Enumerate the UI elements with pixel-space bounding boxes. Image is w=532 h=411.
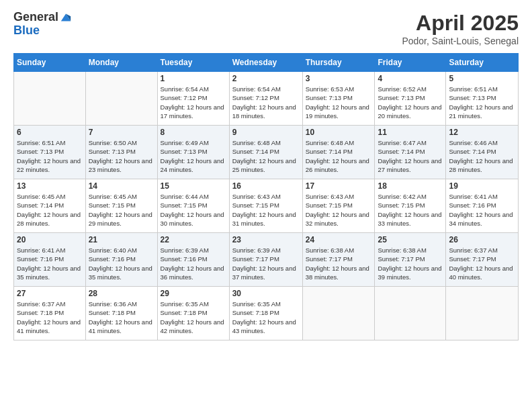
calendar-cell: 23Sunrise: 6:39 AM Sunset: 7:17 PM Dayli… <box>229 233 302 287</box>
day-info: Sunrise: 6:46 AM Sunset: 7:14 PM Dayligh… <box>449 138 515 174</box>
logo-icon <box>60 11 72 24</box>
day-info: Sunrise: 6:35 AM Sunset: 7:18 PM Dayligh… <box>232 300 300 335</box>
day-info: Sunrise: 6:42 AM Sunset: 7:15 PM Dayligh… <box>378 192 443 228</box>
day-info: Sunrise: 6:48 AM Sunset: 7:14 PM Dayligh… <box>232 138 300 174</box>
day-info: Sunrise: 6:36 AM Sunset: 7:18 PM Dayligh… <box>89 300 154 335</box>
day-info: Sunrise: 6:38 AM Sunset: 7:17 PM Dayligh… <box>306 246 372 281</box>
day-number: 12 <box>449 128 515 137</box>
logo: General Blue <box>13 11 72 38</box>
day-number: 3 <box>306 74 372 83</box>
calendar-cell: 7Sunrise: 6:50 AM Sunset: 7:13 PM Daylig… <box>85 126 157 179</box>
day-info: Sunrise: 6:39 AM Sunset: 7:16 PM Dayligh… <box>161 246 226 281</box>
day-header-wednesday: Wednesday <box>229 54 302 72</box>
calendar-cell: 4Sunrise: 6:52 AM Sunset: 7:13 PM Daylig… <box>375 72 446 126</box>
calendar-cell: 11Sunrise: 6:47 AM Sunset: 7:14 PM Dayli… <box>375 126 446 179</box>
day-number: 11 <box>378 128 443 137</box>
header: General Blue April 2025 Podor, Saint-Lou… <box>13 11 519 46</box>
calendar-cell: 17Sunrise: 6:43 AM Sunset: 7:15 PM Dayli… <box>302 179 375 233</box>
calendar-week-row: 27Sunrise: 6:37 AM Sunset: 7:18 PM Dayli… <box>14 287 519 340</box>
day-info: Sunrise: 6:45 AM Sunset: 7:14 PM Dayligh… <box>17 192 83 228</box>
day-info: Sunrise: 6:41 AM Sunset: 7:16 PM Dayligh… <box>449 192 515 228</box>
day-number: 10 <box>306 128 372 137</box>
calendar-cell: 14Sunrise: 6:45 AM Sunset: 7:15 PM Dayli… <box>85 179 157 233</box>
day-number: 15 <box>161 181 226 191</box>
calendar-week-row: 20Sunrise: 6:41 AM Sunset: 7:16 PM Dayli… <box>14 233 519 287</box>
day-info: Sunrise: 6:37 AM Sunset: 7:18 PM Dayligh… <box>17 300 83 335</box>
calendar-cell: 20Sunrise: 6:41 AM Sunset: 7:16 PM Dayli… <box>14 233 86 287</box>
title-block: April 2025 Podor, Saint-Louis, Senegal <box>402 11 519 46</box>
day-number: 19 <box>449 181 515 191</box>
logo-general: General <box>13 11 58 24</box>
day-info: Sunrise: 6:50 AM Sunset: 7:13 PM Dayligh… <box>89 138 154 174</box>
day-header-thursday: Thursday <box>302 54 375 72</box>
day-info: Sunrise: 6:35 AM Sunset: 7:18 PM Dayligh… <box>161 300 226 335</box>
day-number: 21 <box>89 235 154 244</box>
day-info: Sunrise: 6:37 AM Sunset: 7:17 PM Dayligh… <box>449 246 515 281</box>
calendar-cell: 5Sunrise: 6:51 AM Sunset: 7:13 PM Daylig… <box>446 72 519 126</box>
day-number: 17 <box>306 181 372 191</box>
day-number: 2 <box>232 74 300 83</box>
day-number: 24 <box>306 235 372 244</box>
day-header-sunday: Sunday <box>14 54 86 72</box>
calendar-week-row: 1Sunrise: 6:54 AM Sunset: 7:12 PM Daylig… <box>14 72 519 126</box>
day-number: 13 <box>17 181 83 191</box>
day-info: Sunrise: 6:51 AM Sunset: 7:13 PM Dayligh… <box>449 85 515 120</box>
calendar-cell: 22Sunrise: 6:39 AM Sunset: 7:16 PM Dayli… <box>157 233 229 287</box>
calendar-cell: 27Sunrise: 6:37 AM Sunset: 7:18 PM Dayli… <box>14 287 86 340</box>
day-number: 25 <box>378 235 443 244</box>
day-number: 28 <box>89 289 154 298</box>
calendar-cell <box>446 287 519 340</box>
day-number: 4 <box>378 74 443 83</box>
calendar-cell: 29Sunrise: 6:35 AM Sunset: 7:18 PM Dayli… <box>157 287 229 340</box>
calendar-cell: 28Sunrise: 6:36 AM Sunset: 7:18 PM Dayli… <box>85 287 157 340</box>
day-info: Sunrise: 6:54 AM Sunset: 7:12 PM Dayligh… <box>232 85 300 120</box>
day-header-monday: Monday <box>85 54 157 72</box>
day-header-tuesday: Tuesday <box>157 54 229 72</box>
calendar-table: SundayMondayTuesdayWednesdayThursdayFrid… <box>13 53 519 340</box>
calendar-cell: 6Sunrise: 6:51 AM Sunset: 7:13 PM Daylig… <box>14 126 86 179</box>
day-info: Sunrise: 6:48 AM Sunset: 7:14 PM Dayligh… <box>306 138 372 174</box>
day-info: Sunrise: 6:51 AM Sunset: 7:13 PM Dayligh… <box>17 138 83 174</box>
day-info: Sunrise: 6:38 AM Sunset: 7:17 PM Dayligh… <box>378 246 443 281</box>
day-number: 23 <box>232 235 300 244</box>
calendar-cell: 3Sunrise: 6:53 AM Sunset: 7:13 PM Daylig… <box>302 72 375 126</box>
calendar-cell: 2Sunrise: 6:54 AM Sunset: 7:12 PM Daylig… <box>229 72 302 126</box>
day-info: Sunrise: 6:52 AM Sunset: 7:13 PM Dayligh… <box>378 85 443 120</box>
day-info: Sunrise: 6:53 AM Sunset: 7:13 PM Dayligh… <box>306 85 372 120</box>
calendar-cell: 24Sunrise: 6:38 AM Sunset: 7:17 PM Dayli… <box>302 233 375 287</box>
day-header-friday: Friday <box>375 54 446 72</box>
calendar-week-row: 6Sunrise: 6:51 AM Sunset: 7:13 PM Daylig… <box>14 126 519 179</box>
day-info: Sunrise: 6:45 AM Sunset: 7:15 PM Dayligh… <box>89 192 154 228</box>
calendar-header-row: SundayMondayTuesdayWednesdayThursdayFrid… <box>14 54 519 72</box>
day-info: Sunrise: 6:49 AM Sunset: 7:13 PM Dayligh… <box>161 138 226 174</box>
calendar-cell <box>375 287 446 340</box>
day-number: 16 <box>232 181 300 191</box>
calendar-cell: 1Sunrise: 6:54 AM Sunset: 7:12 PM Daylig… <box>157 72 229 126</box>
day-number: 7 <box>89 128 154 137</box>
calendar-cell: 12Sunrise: 6:46 AM Sunset: 7:14 PM Dayli… <box>446 126 519 179</box>
day-info: Sunrise: 6:40 AM Sunset: 7:16 PM Dayligh… <box>89 246 154 281</box>
day-info: Sunrise: 6:41 AM Sunset: 7:16 PM Dayligh… <box>17 246 83 281</box>
calendar-cell: 9Sunrise: 6:48 AM Sunset: 7:14 PM Daylig… <box>229 126 302 179</box>
day-number: 27 <box>17 289 83 298</box>
calendar-cell: 26Sunrise: 6:37 AM Sunset: 7:17 PM Dayli… <box>446 233 519 287</box>
calendar-cell: 8Sunrise: 6:49 AM Sunset: 7:13 PM Daylig… <box>157 126 229 179</box>
calendar-cell <box>14 72 86 126</box>
calendar-cell: 16Sunrise: 6:43 AM Sunset: 7:15 PM Dayli… <box>229 179 302 233</box>
calendar-cell: 18Sunrise: 6:42 AM Sunset: 7:15 PM Dayli… <box>375 179 446 233</box>
day-number: 22 <box>161 235 226 244</box>
day-number: 9 <box>232 128 300 137</box>
calendar-cell <box>85 72 157 126</box>
day-number: 29 <box>161 289 226 298</box>
day-info: Sunrise: 6:43 AM Sunset: 7:15 PM Dayligh… <box>306 192 372 228</box>
calendar-cell: 19Sunrise: 6:41 AM Sunset: 7:16 PM Dayli… <box>446 179 519 233</box>
day-number: 5 <box>449 74 515 83</box>
day-number: 20 <box>17 235 83 244</box>
calendar-cell: 25Sunrise: 6:38 AM Sunset: 7:17 PM Dayli… <box>375 233 446 287</box>
day-info: Sunrise: 6:47 AM Sunset: 7:14 PM Dayligh… <box>378 138 443 174</box>
logo-blue: Blue <box>13 24 72 38</box>
day-number: 18 <box>378 181 443 191</box>
location-title: Podor, Saint-Louis, Senegal <box>402 36 519 46</box>
day-info: Sunrise: 6:39 AM Sunset: 7:17 PM Dayligh… <box>232 246 300 281</box>
calendar-cell: 10Sunrise: 6:48 AM Sunset: 7:14 PM Dayli… <box>302 126 375 179</box>
